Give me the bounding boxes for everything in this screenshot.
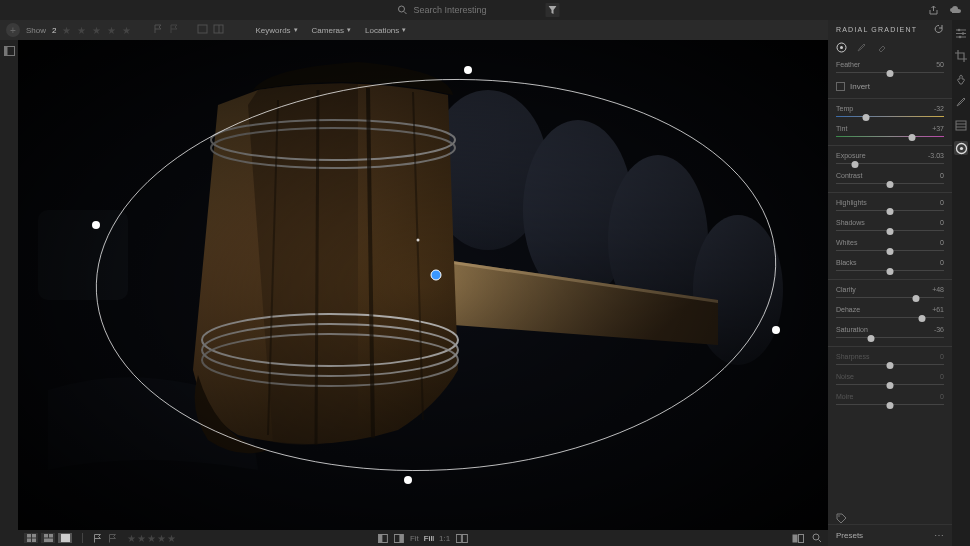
heal-icon[interactable] <box>954 72 968 86</box>
add-button[interactable]: + <box>6 23 20 37</box>
info-view-icon[interactable] <box>213 24 225 36</box>
rate-star-4[interactable]: ★ <box>157 533 166 544</box>
oneone-button[interactable]: 1:1 <box>439 534 450 543</box>
star-1[interactable]: ★ <box>62 25 71 36</box>
star-3[interactable]: ★ <box>92 25 101 36</box>
photo-canvas[interactable] <box>18 40 828 530</box>
radial-gradient-icon[interactable] <box>954 141 968 155</box>
star-5[interactable]: ★ <box>122 25 131 36</box>
clarity-slider[interactable]: Clarity+48 <box>828 283 952 303</box>
star-4[interactable]: ★ <box>107 25 116 36</box>
brush-mask-icon[interactable] <box>856 42 868 54</box>
svg-rect-35 <box>49 534 53 538</box>
erase-mask-icon[interactable] <box>876 42 888 54</box>
presets-button[interactable]: Presets <box>836 531 863 540</box>
svg-rect-22 <box>18 40 828 530</box>
filmstrip-view-button[interactable] <box>41 533 55 543</box>
locations-dropdown[interactable]: Locations▾ <box>365 26 406 35</box>
svg-rect-2 <box>198 25 207 33</box>
svg-line-1 <box>404 12 407 15</box>
show-original-icon[interactable] <box>792 534 804 543</box>
keywords-dropdown[interactable]: Keywords▾ <box>255 26 297 35</box>
temp-slider[interactable]: Temp-32 <box>828 102 952 122</box>
search-icon <box>398 5 408 15</box>
svg-rect-57 <box>956 121 966 130</box>
flag-reject-bottom-icon[interactable] <box>108 534 117 543</box>
fill-button[interactable]: Fill <box>424 534 434 543</box>
svg-rect-43 <box>463 534 468 542</box>
dehaze-slider[interactable]: Dehaze+61 <box>828 303 952 323</box>
compare-left-icon[interactable] <box>378 534 388 543</box>
rate-star-1[interactable]: ★ <box>127 533 136 544</box>
contrast-slider[interactable]: Contrast0 <box>828 169 952 189</box>
new-mask-icon[interactable] <box>836 42 848 54</box>
svg-point-49 <box>840 46 843 49</box>
compare-right-icon[interactable] <box>394 534 404 543</box>
noise-slider[interactable]: Noise0 <box>828 370 952 390</box>
tag-icon[interactable] <box>836 513 847 524</box>
svg-rect-32 <box>27 539 31 543</box>
sharpness-slider[interactable]: Sharpness0 <box>828 350 952 370</box>
detail-view-button[interactable] <box>58 533 72 543</box>
zoom-icon[interactable] <box>812 533 822 543</box>
highlights-slider[interactable]: Highlights0 <box>828 196 952 216</box>
feather-slider[interactable]: Feather50 <box>828 58 952 78</box>
linear-gradient-icon[interactable] <box>954 118 968 132</box>
svg-rect-36 <box>44 539 53 543</box>
grid-view-button[interactable] <box>24 533 38 543</box>
svg-rect-44 <box>793 534 798 542</box>
split-view-icon[interactable] <box>456 534 468 543</box>
moire-slider[interactable]: Moire0 <box>828 390 952 410</box>
shadows-slider[interactable]: Shadows0 <box>828 216 952 236</box>
photo-view-icon[interactable] <box>197 24 209 36</box>
flag-reject-icon[interactable] <box>169 24 181 36</box>
svg-line-47 <box>819 540 822 543</box>
svg-point-61 <box>959 146 962 149</box>
edit-sliders-icon[interactable] <box>954 26 968 40</box>
svg-rect-37 <box>61 534 70 542</box>
svg-point-46 <box>813 534 819 540</box>
cameras-dropdown[interactable]: Cameras▾ <box>312 26 351 35</box>
invert-label: Invert <box>850 82 870 91</box>
panel-toggle-icon[interactable] <box>4 46 15 56</box>
blacks-slider[interactable]: Blacks0 <box>828 256 952 276</box>
svg-rect-6 <box>4 47 7 56</box>
rate-star-2[interactable]: ★ <box>137 533 146 544</box>
rate-star-3[interactable]: ★ <box>147 533 156 544</box>
rate-star-5[interactable]: ★ <box>167 533 176 544</box>
svg-rect-42 <box>457 534 462 542</box>
svg-rect-41 <box>399 534 403 542</box>
svg-point-50 <box>838 515 840 517</box>
star-2[interactable]: ★ <box>77 25 86 36</box>
invert-checkbox[interactable] <box>836 82 845 91</box>
exposure-slider[interactable]: Exposure-3.03 <box>828 149 952 169</box>
svg-point-0 <box>399 6 405 12</box>
tint-slider[interactable]: Tint+37 <box>828 122 952 142</box>
svg-rect-45 <box>799 534 804 542</box>
svg-rect-34 <box>44 534 48 538</box>
search-input[interactable] <box>414 5 534 15</box>
saturation-slider[interactable]: Saturation-36 <box>828 323 952 343</box>
svg-rect-33 <box>32 539 36 543</box>
show-label: Show <box>26 26 46 35</box>
cloud-icon[interactable] <box>949 5 962 15</box>
filter-icon[interactable] <box>546 3 560 17</box>
panel-title: RADIAL GRADIENT <box>836 26 917 33</box>
svg-point-54 <box>958 28 961 31</box>
crop-icon[interactable] <box>954 49 968 63</box>
flag-pick-bottom-icon[interactable] <box>93 534 102 543</box>
svg-rect-39 <box>378 534 382 542</box>
flag-pick-icon[interactable] <box>153 24 165 36</box>
reset-icon[interactable] <box>934 24 944 34</box>
svg-point-55 <box>962 32 965 35</box>
svg-point-56 <box>959 35 962 38</box>
share-icon[interactable] <box>928 5 939 16</box>
brush-tool-icon[interactable] <box>954 95 968 109</box>
whites-slider[interactable]: Whites0 <box>828 236 952 256</box>
svg-rect-30 <box>27 534 31 538</box>
show-count: 2 <box>52 26 56 35</box>
svg-rect-31 <box>32 534 36 538</box>
fit-button[interactable]: Fit <box>410 534 419 543</box>
presets-menu-icon[interactable]: ⋯ <box>934 530 944 541</box>
